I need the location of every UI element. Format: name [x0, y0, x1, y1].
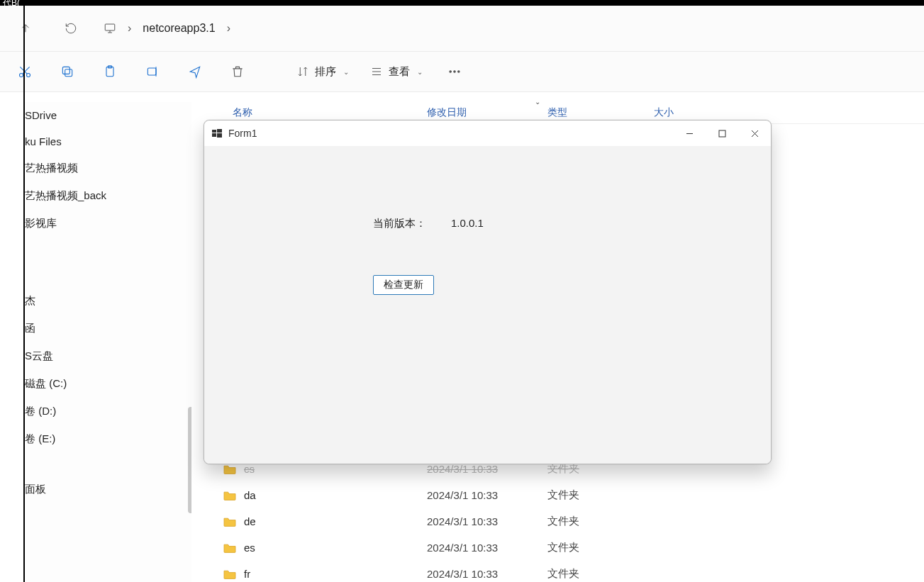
svg-rect-13 [212, 133, 216, 137]
folder-icon [223, 490, 237, 501]
sidebar-item[interactable]: S云盘 [25, 342, 191, 370]
close-button[interactable] [738, 121, 771, 146]
sort-caret-icon: ⌄ [535, 98, 540, 106]
svg-point-1 [20, 74, 23, 77]
sidebar: SDrive ku Files 艺热播视频 艺热播视频_back 影视库 杰 函… [25, 102, 191, 582]
svg-rect-12 [217, 129, 222, 133]
more-icon[interactable] [444, 62, 465, 82]
list-item[interactable]: de 2024/3/1 10:33 文件夹 [206, 515, 924, 528]
svg-point-10 [458, 71, 460, 73]
column-size[interactable]: 大小 [654, 106, 739, 119]
folder-icon [223, 516, 237, 527]
nav-up-icon[interactable] [13, 18, 38, 38]
svg-rect-7 [147, 68, 156, 75]
share-icon[interactable] [184, 62, 206, 82]
address-bar: › netcoreapp3.1 › [0, 6, 924, 52]
chevron-right-icon: › [227, 22, 230, 35]
svg-rect-14 [217, 133, 222, 138]
sort-button[interactable]: 排序 ⌄ [296, 65, 349, 79]
breadcrumb-current[interactable]: netcoreapp3.1 [143, 22, 215, 35]
file-list: cs 2024/3/1 10:33 文件夹 da 2024/3/1 10:33 … [206, 465, 924, 581]
svg-rect-15 [719, 130, 725, 137]
folder-icon [223, 569, 237, 580]
delete-icon[interactable] [227, 62, 248, 82]
folder-icon [223, 464, 237, 475]
check-update-button[interactable]: 检查更新 [373, 275, 434, 295]
sidebar-item[interactable]: 杰 [25, 287, 191, 315]
breadcrumb[interactable]: › netcoreapp3.1 › [104, 22, 230, 35]
dialog-body: 当前版本： 1.0.0.1 检查更新 [204, 146, 771, 464]
folder-icon [223, 542, 237, 554]
rename-icon[interactable] [142, 62, 163, 82]
chevron-down-icon: ⌄ [343, 68, 349, 76]
sort-label: 排序 [315, 65, 336, 79]
svg-point-2 [27, 74, 30, 77]
scrollbar-thumb[interactable] [188, 407, 191, 513]
app-icon [211, 128, 223, 139]
sidebar-item[interactable]: 卷 (E:) [25, 425, 191, 453]
monitor-icon [104, 22, 116, 35]
sidebar-item[interactable]: 面板 [25, 476, 191, 503]
top-strip-text: 代B( [3, 0, 20, 9]
svg-rect-0 [105, 24, 115, 30]
chevron-right-icon: › [128, 22, 131, 35]
sidebar-item[interactable]: 艺热播视频_back [25, 182, 191, 210]
list-item[interactable]: da 2024/3/1 10:33 文件夹 [206, 488, 924, 502]
view-icon [370, 65, 383, 78]
title-bar[interactable]: Form1 [204, 121, 771, 146]
minimize-button[interactable] [673, 121, 706, 146]
view-label: 查看 [389, 65, 410, 79]
list-item[interactable]: es 2024/3/1 10:33 文件夹 [206, 541, 924, 554]
sidebar-item[interactable]: 函 [25, 315, 191, 342]
dialog-title: Form1 [228, 128, 673, 139]
sidebar-item[interactable]: 艺热播视频 [25, 155, 191, 182]
dialog-form1: Form1 当前版本： 1.0.0.1 检查更新 [204, 120, 772, 464]
sidebar-item[interactable]: 卷 (D:) [25, 398, 191, 425]
view-button[interactable]: 查看 ⌄ [370, 65, 423, 79]
column-type[interactable]: 类型 [547, 106, 654, 119]
copy-icon[interactable] [57, 62, 78, 82]
window-edge [23, 6, 25, 582]
sort-icon [296, 65, 309, 78]
toolbar: 排序 ⌄ 查看 ⌄ [0, 52, 924, 92]
svg-point-8 [450, 71, 452, 73]
cut-icon[interactable] [14, 62, 35, 82]
svg-point-9 [454, 71, 456, 73]
column-date[interactable]: 修改日期⌄ [427, 106, 547, 119]
refresh-icon[interactable] [58, 18, 84, 38]
svg-rect-11 [212, 130, 216, 133]
list-item[interactable]: fr 2024/3/1 10:33 文件夹 [206, 567, 924, 581]
maximize-button[interactable] [706, 121, 738, 146]
paste-icon[interactable] [99, 62, 121, 82]
svg-rect-4 [62, 67, 69, 74]
version-label: 当前版本： [373, 217, 426, 230]
sidebar-item[interactable]: ku Files [25, 128, 191, 155]
sidebar-item[interactable]: 磁盘 (C:) [25, 370, 191, 398]
version-value: 1.0.0.1 [451, 217, 484, 229]
sidebar-item[interactable]: SDrive [25, 102, 191, 128]
column-name[interactable]: 名称 [206, 106, 427, 119]
chevron-down-icon: ⌄ [417, 68, 423, 76]
sidebar-item[interactable]: 影视库 [25, 210, 191, 237]
svg-rect-3 [65, 69, 72, 77]
